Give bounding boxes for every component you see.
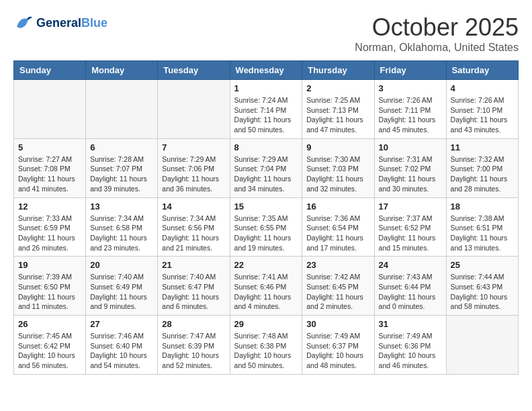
col-header-sunday: Sunday [14,61,86,80]
calendar-cell [86,80,158,139]
day-number: 5 [18,142,81,152]
calendar-cell: 21Sunrise: 7:40 AM Sunset: 6:47 PM Dayli… [158,257,230,316]
day-info: Sunrise: 7:40 AM Sunset: 6:47 PM Dayligh… [162,272,225,312]
day-number: 6 [90,142,153,152]
day-info: Sunrise: 7:26 AM Sunset: 7:11 PM Dayligh… [379,95,442,135]
logo-icon [13,13,34,34]
day-number: 30 [306,319,369,329]
day-info: Sunrise: 7:30 AM Sunset: 7:03 PM Dayligh… [306,154,369,194]
calendar-cell: 13Sunrise: 7:34 AM Sunset: 6:58 PM Dayli… [86,197,158,257]
day-number: 13 [90,201,153,212]
day-info: Sunrise: 7:38 AM Sunset: 6:51 PM Dayligh… [451,214,514,253]
day-number: 2 [306,83,369,93]
day-info: Sunrise: 7:49 AM Sunset: 6:37 PM Dayligh… [306,331,369,371]
day-number: 19 [18,260,81,270]
calendar-cell: 27Sunrise: 7:46 AM Sunset: 6:40 PM Dayli… [86,316,158,375]
day-info: Sunrise: 7:28 AM Sunset: 7:07 PM Dayligh… [90,154,153,194]
calendar-cell: 6Sunrise: 7:28 AM Sunset: 7:07 PM Daylig… [86,138,158,197]
day-number: 20 [90,260,153,270]
day-info: Sunrise: 7:39 AM Sunset: 6:50 PM Dayligh… [18,272,81,312]
day-number: 7 [162,142,225,152]
calendar-cell: 23Sunrise: 7:42 AM Sunset: 6:45 PM Dayli… [302,257,374,316]
day-info: Sunrise: 7:33 AM Sunset: 6:59 PM Dayligh… [18,214,81,253]
calendar-cell [158,80,230,139]
calendar-cell: 1Sunrise: 7:24 AM Sunset: 7:14 PM Daylig… [230,80,302,139]
day-number: 18 [451,201,514,212]
day-number: 29 [234,319,298,329]
col-header-tuesday: Tuesday [158,61,230,80]
day-number: 9 [306,142,369,152]
day-number: 23 [306,260,369,270]
day-number: 24 [379,260,442,270]
day-info: Sunrise: 7:37 AM Sunset: 6:52 PM Dayligh… [379,214,442,253]
calendar-cell: 4Sunrise: 7:26 AM Sunset: 7:10 PM Daylig… [446,80,518,139]
day-info: Sunrise: 7:24 AM Sunset: 7:14 PM Dayligh… [234,95,298,135]
day-info: Sunrise: 7:35 AM Sunset: 6:55 PM Dayligh… [234,214,298,253]
day-info: Sunrise: 7:41 AM Sunset: 6:46 PM Dayligh… [234,272,298,312]
calendar-cell: 28Sunrise: 7:47 AM Sunset: 6:39 PM Dayli… [158,316,230,375]
day-info: Sunrise: 7:42 AM Sunset: 6:45 PM Dayligh… [306,272,369,312]
day-info: Sunrise: 7:48 AM Sunset: 6:38 PM Dayligh… [234,331,298,371]
day-number: 10 [379,142,442,152]
day-number: 12 [18,201,81,212]
day-number: 31 [379,319,442,329]
day-number: 8 [234,142,298,152]
calendar-cell: 31Sunrise: 7:49 AM Sunset: 6:36 PM Dayli… [374,316,446,375]
col-header-thursday: Thursday [302,61,374,80]
week-row-2: 12Sunrise: 7:33 AM Sunset: 6:59 PM Dayli… [14,197,519,257]
day-info: Sunrise: 7:49 AM Sunset: 6:36 PM Dayligh… [379,331,442,371]
day-info: Sunrise: 7:31 AM Sunset: 7:02 PM Dayligh… [379,154,442,194]
col-header-wednesday: Wednesday [230,61,302,80]
day-number: 27 [90,319,153,329]
day-info: Sunrise: 7:47 AM Sunset: 6:39 PM Dayligh… [162,331,225,371]
day-info: Sunrise: 7:44 AM Sunset: 6:43 PM Dayligh… [451,272,514,312]
day-info: Sunrise: 7:40 AM Sunset: 6:49 PM Dayligh… [90,272,153,312]
day-info: Sunrise: 7:26 AM Sunset: 7:10 PM Dayligh… [451,95,514,135]
calendar-cell: 3Sunrise: 7:26 AM Sunset: 7:11 PM Daylig… [374,80,446,139]
day-number: 25 [451,260,514,270]
day-number: 22 [234,260,298,270]
calendar-cell: 9Sunrise: 7:30 AM Sunset: 7:03 PM Daylig… [302,138,374,197]
calendar-cell [14,80,86,139]
calendar-cell: 30Sunrise: 7:49 AM Sunset: 6:37 PM Dayli… [302,316,374,375]
day-number: 21 [162,260,225,270]
calendar-cell: 12Sunrise: 7:33 AM Sunset: 6:59 PM Dayli… [14,197,86,257]
logo: GeneralBlue [13,13,107,34]
day-info: Sunrise: 7:46 AM Sunset: 6:40 PM Dayligh… [90,331,153,371]
day-number: 16 [306,201,369,212]
calendar-cell: 5Sunrise: 7:27 AM Sunset: 7:08 PM Daylig… [14,138,86,197]
calendar-cell: 24Sunrise: 7:43 AM Sunset: 6:44 PM Dayli… [374,257,446,316]
calendar-cell [446,316,518,375]
day-number: 1 [234,83,298,93]
calendar-cell: 17Sunrise: 7:37 AM Sunset: 6:52 PM Dayli… [374,197,446,257]
calendar-table: SundayMondayTuesdayWednesdayThursdayFrid… [13,60,519,375]
week-row-4: 26Sunrise: 7:45 AM Sunset: 6:42 PM Dayli… [14,316,519,375]
day-number: 14 [162,201,225,212]
title-section: October 2025 Norman, Oklahoma, United St… [355,13,519,54]
week-row-3: 19Sunrise: 7:39 AM Sunset: 6:50 PM Dayli… [14,257,519,316]
day-info: Sunrise: 7:29 AM Sunset: 7:06 PM Dayligh… [162,154,225,194]
day-number: 28 [162,319,225,329]
day-info: Sunrise: 7:32 AM Sunset: 7:00 PM Dayligh… [451,154,514,194]
calendar-cell: 11Sunrise: 7:32 AM Sunset: 7:00 PM Dayli… [446,138,518,197]
week-row-0: 1Sunrise: 7:24 AM Sunset: 7:14 PM Daylig… [14,80,519,139]
calendar-cell: 7Sunrise: 7:29 AM Sunset: 7:06 PM Daylig… [158,138,230,197]
calendar-cell: 20Sunrise: 7:40 AM Sunset: 6:49 PM Dayli… [86,257,158,316]
col-header-friday: Friday [374,61,446,80]
calendar-cell: 19Sunrise: 7:39 AM Sunset: 6:50 PM Dayli… [14,257,86,316]
day-info: Sunrise: 7:36 AM Sunset: 6:54 PM Dayligh… [306,214,369,253]
month-title: October 2025 [355,13,519,42]
calendar-cell: 15Sunrise: 7:35 AM Sunset: 6:55 PM Dayli… [230,197,302,257]
day-info: Sunrise: 7:27 AM Sunset: 7:08 PM Dayligh… [18,154,81,194]
col-header-saturday: Saturday [446,61,518,80]
day-number: 15 [234,201,298,212]
day-info: Sunrise: 7:34 AM Sunset: 6:58 PM Dayligh… [90,214,153,253]
day-number: 26 [18,319,81,329]
day-number: 4 [451,83,514,93]
day-number: 17 [379,201,442,212]
calendar-cell: 26Sunrise: 7:45 AM Sunset: 6:42 PM Dayli… [14,316,86,375]
calendar-cell: 10Sunrise: 7:31 AM Sunset: 7:02 PM Dayli… [374,138,446,197]
day-number: 11 [451,142,514,152]
logo-text: GeneralBlue [36,16,107,31]
calendar-cell: 22Sunrise: 7:41 AM Sunset: 6:46 PM Dayli… [230,257,302,316]
